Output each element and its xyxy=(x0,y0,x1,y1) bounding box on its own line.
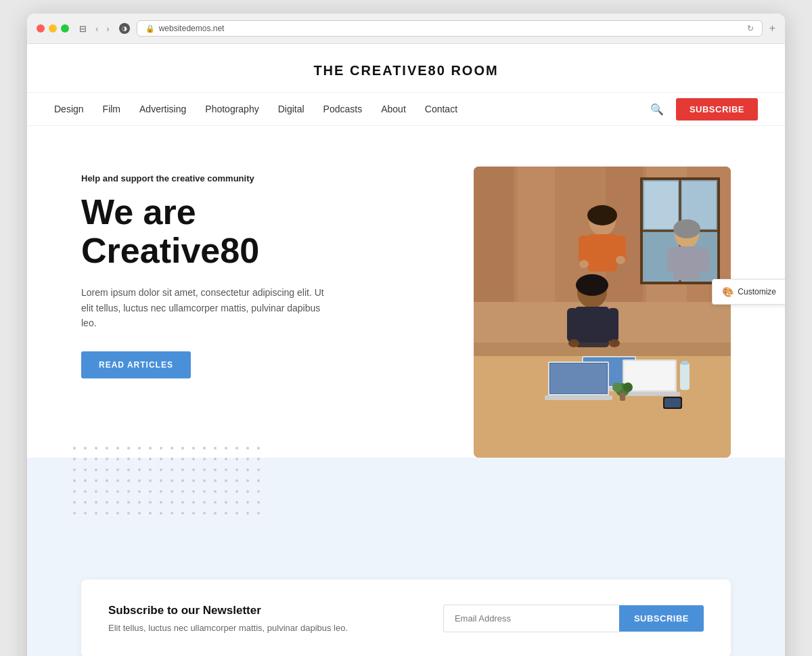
svg-point-161 xyxy=(214,501,217,504)
svg-rect-12 xyxy=(644,181,678,229)
customize-button[interactable]: 🎨 Customize xyxy=(712,279,785,305)
newsletter-subscribe-button[interactable]: SUBSCRIBE xyxy=(619,605,704,632)
svg-point-58 xyxy=(73,447,76,450)
svg-point-166 xyxy=(73,512,76,515)
svg-point-181 xyxy=(235,512,238,515)
svg-point-69 xyxy=(192,447,195,450)
nav-design[interactable]: Design xyxy=(54,104,84,114)
svg-point-74 xyxy=(246,447,249,450)
nav-film[interactable]: Film xyxy=(103,104,120,114)
svg-rect-44 xyxy=(545,395,612,400)
svg-point-85 xyxy=(171,458,173,460)
lock-icon: 🔒 xyxy=(145,24,155,33)
address-bar[interactable]: 🔒 websitedemos.net ↻ xyxy=(137,20,763,37)
svg-point-52 xyxy=(612,382,622,392)
svg-point-110 xyxy=(246,468,249,471)
svg-rect-28 xyxy=(667,248,677,272)
email-input[interactable] xyxy=(443,605,619,632)
svg-point-135 xyxy=(127,490,130,493)
svg-point-148 xyxy=(73,501,76,504)
svg-point-109 xyxy=(235,468,238,471)
svg-point-92 xyxy=(246,458,249,460)
nav-podcasts[interactable]: Podcasts xyxy=(323,104,363,114)
svg-point-134 xyxy=(116,490,119,493)
svg-point-102 xyxy=(160,468,162,471)
svg-rect-2 xyxy=(474,167,514,302)
svg-point-71 xyxy=(214,447,217,450)
svg-point-132 xyxy=(95,490,97,493)
svg-point-157 xyxy=(171,501,173,504)
svg-point-101 xyxy=(149,468,152,471)
svg-point-97 xyxy=(106,468,108,471)
sidebar-toggle-button[interactable]: ⊟ xyxy=(76,22,90,35)
svg-rect-20 xyxy=(587,234,617,271)
maximize-button[interactable] xyxy=(61,24,69,32)
svg-point-167 xyxy=(84,512,87,515)
svg-point-152 xyxy=(116,501,119,504)
svg-rect-3 xyxy=(518,167,555,302)
svg-point-64 xyxy=(138,447,141,450)
svg-point-75 xyxy=(257,447,260,450)
svg-point-153 xyxy=(127,501,130,504)
svg-point-104 xyxy=(181,468,184,471)
svg-rect-36 xyxy=(575,307,609,347)
svg-point-173 xyxy=(149,512,152,515)
svg-rect-55 xyxy=(680,363,690,390)
svg-point-118 xyxy=(138,479,141,482)
back-button[interactable]: ‹ xyxy=(93,22,101,35)
new-tab-button[interactable]: + xyxy=(769,22,775,35)
nav-photography[interactable]: Photography xyxy=(205,104,258,114)
svg-point-150 xyxy=(95,501,97,504)
svg-point-139 xyxy=(171,490,173,493)
minimize-button[interactable] xyxy=(49,24,57,32)
svg-point-156 xyxy=(160,501,162,504)
close-button[interactable] xyxy=(37,24,45,32)
svg-point-142 xyxy=(203,490,206,493)
svg-rect-21 xyxy=(579,236,589,263)
nav-contact[interactable]: Contact xyxy=(425,104,457,114)
nav-about[interactable]: About xyxy=(381,104,406,114)
svg-point-112 xyxy=(73,479,76,482)
subscribe-nav-button[interactable]: SUBSCRIBE xyxy=(676,98,758,121)
svg-point-82 xyxy=(138,458,141,460)
svg-point-151 xyxy=(106,501,108,504)
browser-chrome: ⊟ ‹ › ◑ 🔒 websitedemos.net ↻ + xyxy=(27,14,785,44)
forward-button[interactable]: › xyxy=(104,22,112,35)
svg-point-124 xyxy=(203,479,206,482)
svg-point-164 xyxy=(246,501,249,504)
svg-point-119 xyxy=(149,479,152,482)
browser-controls: ⊟ ‹ › xyxy=(76,22,112,35)
svg-point-131 xyxy=(84,490,87,493)
newsletter-section: Subscribe to our Newsletter Elit tellus,… xyxy=(27,552,785,656)
svg-point-65 xyxy=(149,447,152,450)
svg-point-136 xyxy=(138,490,141,493)
svg-point-95 xyxy=(84,468,87,471)
svg-point-87 xyxy=(192,458,195,460)
svg-point-176 xyxy=(181,512,184,515)
svg-point-141 xyxy=(192,490,195,493)
svg-point-125 xyxy=(214,479,217,482)
site-title: THE CREATIVE80 ROOM xyxy=(54,63,758,79)
svg-point-108 xyxy=(225,468,227,471)
svg-point-180 xyxy=(225,512,227,515)
svg-point-143 xyxy=(214,490,217,493)
nav-actions: 🔍 SUBSCRIBE xyxy=(648,98,758,121)
svg-point-170 xyxy=(116,512,119,515)
svg-point-140 xyxy=(181,490,184,493)
svg-point-178 xyxy=(203,512,206,515)
read-articles-button[interactable]: READ ARTICLES xyxy=(81,351,191,378)
svg-point-88 xyxy=(203,458,206,460)
svg-point-159 xyxy=(192,501,195,504)
newsletter-description: Elit tellus, luctus nec ullamcorper matt… xyxy=(108,623,348,633)
svg-point-154 xyxy=(138,501,141,504)
search-button[interactable]: 🔍 xyxy=(648,100,667,118)
svg-rect-57 xyxy=(474,343,731,356)
nav-advertising[interactable]: Advertising xyxy=(139,104,186,114)
nav-digital[interactable]: Digital xyxy=(278,104,304,114)
svg-point-123 xyxy=(192,479,195,482)
newsletter-title: Subscribe to our Newsletter xyxy=(108,604,348,617)
svg-point-23 xyxy=(579,260,589,268)
svg-point-70 xyxy=(203,447,206,450)
refresh-button[interactable]: ↻ xyxy=(747,24,754,33)
svg-point-129 xyxy=(257,479,260,482)
